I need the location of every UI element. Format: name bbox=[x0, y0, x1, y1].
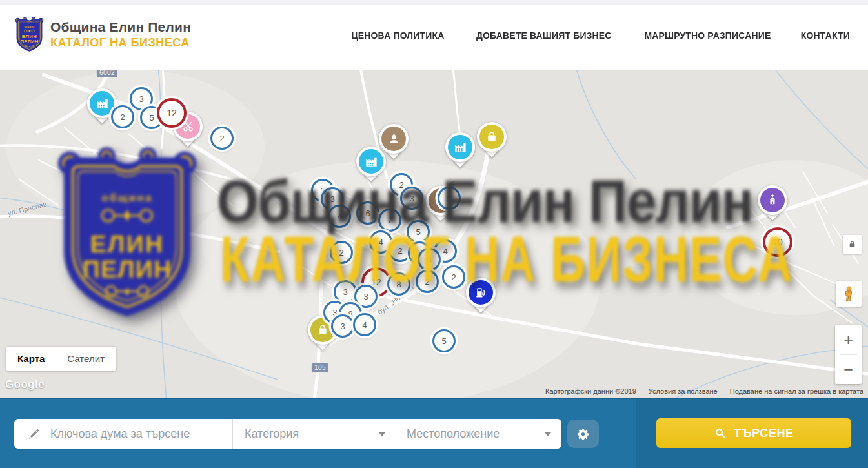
marker-cluster[interactable]: 6 bbox=[356, 201, 379, 225]
marker-cluster[interactable]: 5 bbox=[438, 187, 461, 210]
street-view-button[interactable] bbox=[836, 281, 862, 307]
map-canvas[interactable]: Община Елин Пелин КАТАЛОГ НА БИЗНЕСА Кар… bbox=[0, 70, 868, 398]
nav-item-1[interactable]: ЦЕНОВА ПОЛИТИКА bbox=[352, 30, 445, 41]
chevron-down-icon bbox=[379, 432, 385, 436]
marker-cluster[interactable]: 8 bbox=[387, 272, 410, 296]
church-icon bbox=[765, 193, 780, 207]
factory-icon bbox=[364, 154, 379, 169]
marker-cluster[interactable]: 10 bbox=[763, 227, 792, 257]
marker-cluster[interactable]: 2 bbox=[210, 127, 234, 150]
page-top-strip bbox=[0, 0, 868, 5]
marker-cluster[interactable]: 2 bbox=[416, 270, 439, 293]
brand-text: Община Елин Пелин КАТАЛОГ НА БИЗНЕСА bbox=[50, 19, 191, 50]
municipality-coat-of-arms-logo bbox=[14, 15, 45, 53]
magnifier-icon bbox=[714, 427, 727, 440]
marker-cluster[interactable]: 4 bbox=[353, 313, 376, 336]
marker-cluster[interactable]: 3 bbox=[331, 314, 354, 338]
chevron-down-icon bbox=[545, 432, 551, 436]
search-fields: Категория Местоположение bbox=[14, 419, 561, 449]
marker-cluster[interactable]: 8 bbox=[418, 248, 441, 271]
brand-title: Община Елин Пелин bbox=[50, 19, 191, 35]
marker-cluster[interactable]: 2 bbox=[330, 241, 353, 264]
pegman-icon bbox=[840, 285, 858, 303]
nav-item-3[interactable]: МАРШРУТНО РАЗПИСАНИЕ bbox=[645, 30, 771, 41]
shopping-bag-icon bbox=[316, 323, 330, 337]
zoom-control: + − bbox=[835, 325, 862, 384]
map-type-button-map[interactable]: Карта bbox=[6, 347, 56, 371]
marker-cluster[interactable]: 7 bbox=[378, 209, 401, 232]
pin-head bbox=[758, 185, 787, 215]
marker-cluster[interactable]: 3 bbox=[334, 280, 357, 303]
map-type-button-satellite[interactable]: Сателит bbox=[56, 347, 116, 371]
marker-cluster[interactable]: 12 bbox=[157, 98, 187, 128]
factory-icon bbox=[95, 96, 110, 111]
brand-subtitle: КАТАЛОГ НА БИЗНЕСА bbox=[50, 36, 191, 50]
nav-item-4[interactable]: КОНТАКТИ bbox=[801, 30, 850, 41]
attribution-link-1[interactable]: Условия за ползване bbox=[649, 387, 718, 395]
marker-cluster[interactable]: 3 bbox=[400, 187, 423, 210]
fuel-pump-icon bbox=[474, 285, 488, 300]
marker-cluster[interactable]: 2 bbox=[442, 265, 465, 289]
marker-cluster[interactable]: 2 bbox=[111, 105, 134, 128]
map-attribution: Картографски данни ©2019Условия за ползв… bbox=[545, 387, 863, 395]
road-label: 105 bbox=[312, 363, 328, 372]
search-button-label: ТЪРСЕНЕ bbox=[734, 427, 793, 440]
advanced-settings-button[interactable] bbox=[567, 420, 599, 448]
location-dropdown[interactable]: Местоположение bbox=[396, 419, 561, 449]
pin-head bbox=[445, 132, 475, 162]
nav-item-2[interactable]: ДОБАВЕТЕ ВАШИЯТ БИЗНЕС bbox=[476, 30, 612, 41]
location-placeholder: Местоположение bbox=[407, 427, 500, 441]
map-restriction-button[interactable] bbox=[843, 235, 862, 254]
zoom-in-button[interactable]: + bbox=[835, 325, 862, 354]
attribution-link-2[interactable]: Подаване на сигнал за грешка в картата bbox=[730, 387, 863, 395]
gear-icon bbox=[576, 427, 590, 442]
search-button[interactable]: ТЪРСЕНЕ bbox=[656, 418, 851, 448]
factory-icon bbox=[453, 140, 468, 155]
category-dropdown[interactable]: Категория bbox=[232, 419, 396, 449]
pin-head bbox=[466, 278, 496, 307]
road-label: 6002 bbox=[97, 70, 117, 77]
keyword-cell bbox=[14, 419, 232, 449]
brand[interactable]: Община Елин Пелин КАТАЛОГ НА БИЗНЕСА bbox=[14, 15, 191, 53]
pin-head bbox=[356, 147, 386, 176]
map-type-control: Карта Сателит bbox=[6, 347, 116, 371]
zoom-out-button[interactable]: − bbox=[835, 355, 862, 384]
search-bar: Категория Местоположение ТЪРСЕНЕ bbox=[0, 398, 868, 468]
main-nav: ЦЕНОВА ПОЛИТИКАДОБАВЕТЕ ВАШИЯТ БИЗНЕСМАР… bbox=[348, 0, 852, 70]
marker-cluster[interactable]: 5 bbox=[407, 220, 430, 243]
pencil-icon bbox=[27, 427, 41, 441]
lock-icon bbox=[847, 239, 857, 249]
shopping-bag-icon bbox=[485, 130, 499, 144]
header: Община Елин Пелин КАТАЛОГ НА БИЗНЕСА ЦЕН… bbox=[0, 0, 868, 70]
pin-head bbox=[477, 122, 507, 152]
pin-head bbox=[379, 124, 409, 154]
worker-icon bbox=[387, 132, 401, 147]
page: Община Елин Пелин КАТАЛОГ НА БИЗНЕСА ЦЕН… bbox=[0, 0, 868, 468]
google-logo[interactable]: Google bbox=[5, 378, 45, 391]
marker-cluster[interactable]: 5 bbox=[432, 329, 456, 352]
map-copyright: Картографски данни ©2019 bbox=[545, 387, 636, 395]
marker-cluster[interactable]: 4 bbox=[328, 205, 351, 228]
category-placeholder: Категория bbox=[245, 427, 299, 441]
keyword-search-input[interactable] bbox=[49, 427, 200, 442]
